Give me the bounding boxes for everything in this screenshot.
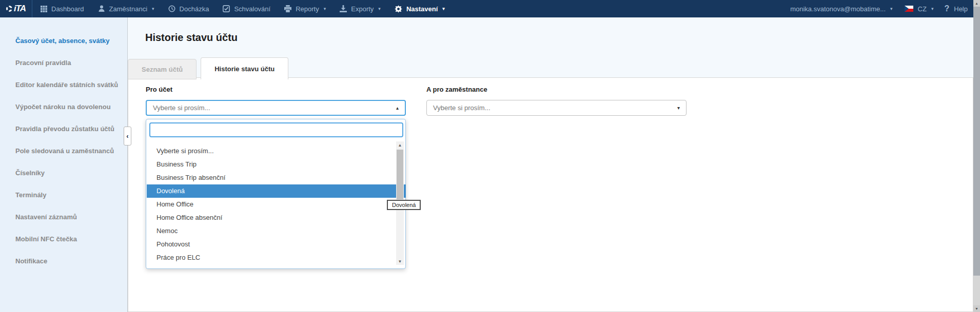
page-scrollbar[interactable]: ▲ ▼ <box>973 0 980 312</box>
triangle-up-icon: ▴ <box>396 105 399 111</box>
nav-menu: Dashboard Zaměstnanci ▾ Docházka Schval <box>41 5 445 13</box>
dropdown-option-nemoc[interactable]: Nemoc <box>147 224 406 238</box>
logo-c-icon <box>6 6 12 12</box>
dropdown-option-home-office[interactable]: Home Office <box>147 198 406 211</box>
page-title: Historie stavu účtu <box>145 32 238 44</box>
sidebar-item-terminaly[interactable]: Terminály <box>0 184 127 206</box>
check-icon <box>223 5 230 12</box>
sidebar: Časový účet, absence, svátky Pracovní pr… <box>0 17 128 312</box>
nav-item-label: Dashboard <box>51 5 84 13</box>
user-menu[interactable]: monika.svatonova@mobatime... <box>790 5 886 13</box>
sidebar-item-pracovni-pravidla[interactable]: Pracovní pravidla <box>0 52 127 74</box>
dropdown-option-home-office-absencni[interactable]: Home Office absenční <box>147 211 406 224</box>
download-icon <box>340 5 347 12</box>
chevron-down-icon: ▾ <box>378 6 381 11</box>
scroll-up-arrow-icon[interactable]: ▲ <box>396 141 404 149</box>
nav-item-reporty[interactable]: Reporty ▾ <box>284 5 326 13</box>
nav-item-zamestnanci[interactable]: Zaměstnanci ▾ <box>98 5 154 13</box>
employee-select-value: Vyberte si prosím... <box>433 104 491 112</box>
employee-field-label: A pro zaměstnance <box>426 86 487 93</box>
scroll-down-arrow-icon[interactable]: ▼ <box>973 305 980 312</box>
account-select[interactable]: Vyberte si prosím... ▴ <box>146 100 406 116</box>
sidebar-item-vypocet-naroku[interactable]: Výpočet nároku na dovolenou <box>0 96 127 118</box>
nav-item-label: Reporty <box>296 5 319 13</box>
nav-item-schvalovani[interactable]: Schvalování <box>223 5 270 13</box>
clock-icon <box>168 5 175 12</box>
dropdown-option-placeholder[interactable]: Vyberte si prosím... <box>147 144 406 158</box>
app-viewport: iTA Dashboard Zaměstnanci ▾ Docházka <box>0 0 980 312</box>
czech-flag-icon <box>905 6 913 12</box>
dropdown-option-business-trip[interactable]: Business Trip <box>147 158 406 171</box>
scroll-down-arrow-icon[interactable]: ▼ <box>396 258 404 265</box>
nav-item-label: Schvalování <box>234 5 270 13</box>
sidebar-item-casovy-ucet[interactable]: Časový účet, absence, svátky <box>0 30 127 52</box>
tab-historie-stavu-uctu[interactable]: Historie stavu účtu <box>201 57 288 79</box>
chevron-left-icon: ‹ <box>126 132 128 140</box>
account-dropdown-panel: Vyberte si prosím... Business Trip Busin… <box>146 119 406 269</box>
page-scrollbar-thumb[interactable] <box>973 7 980 276</box>
sidebar-item-mobilni-nfc[interactable]: Mobilní NFC čtečka <box>0 228 127 250</box>
dropdown-option-prace-pro-elc[interactable]: Práce pro ELC <box>147 251 406 264</box>
scroll-up-arrow-icon[interactable]: ▲ <box>973 0 980 7</box>
sidebar-item-ciselniky[interactable]: Číselníky <box>0 162 127 184</box>
dropdown-option-pohotovost[interactable]: Pohotovost <box>147 238 406 251</box>
help-link[interactable]: Help <box>954 5 968 13</box>
dropdown-scrollbar-thumb[interactable] <box>397 150 403 199</box>
sidebar-item-pravidla-prevodu[interactable]: Pravidla převodu zůstatku účtů <box>0 118 127 140</box>
employee-select[interactable]: Vyberte si prosím... ▾ <box>426 100 687 116</box>
printer-icon <box>284 5 291 12</box>
account-select-value: Vyberte si prosím... <box>153 104 210 112</box>
sidebar-item-nastaveni-zaznamu[interactable]: Nastavení záznamů <box>0 206 127 228</box>
chevron-down-icon: ▾ <box>442 6 445 11</box>
question-mark-icon: ? <box>944 4 949 13</box>
chevron-down-icon: ▾ <box>152 6 154 11</box>
sidebar-item-pole-sledovana[interactable]: Pole sledovaná u zaměstnanců <box>0 140 127 162</box>
dropdown-option-list: Vyberte si prosím... Business Trip Busin… <box>147 140 406 266</box>
chevron-down-icon: ▾ <box>931 6 934 11</box>
nav-item-label: Docházka <box>180 5 209 13</box>
nav-item-exporty[interactable]: Exporty ▾ <box>340 5 381 13</box>
logo-text: iTA <box>14 4 26 14</box>
sidebar-item-notifikace[interactable]: Notifikace <box>0 250 127 272</box>
dropdown-option-business-trip-absencni[interactable]: Business Trip absenční <box>147 171 406 184</box>
main-content: Historie stavu účtu Seznam účtů Historie… <box>128 17 973 312</box>
nav-item-nastaveni[interactable]: Nastavení ▾ <box>395 5 445 13</box>
option-tooltip: Dovolená <box>387 200 421 210</box>
sidebar-collapse-button[interactable]: ‹ <box>124 127 131 145</box>
tab-bar: Seznam účtů Historie stavu účtu <box>128 57 288 79</box>
nav-right: monika.svatonova@mobatime... ▾ CZ ▾ ? He… <box>790 4 968 13</box>
sidebar-item-editor-kalendare[interactable]: Editor kalendáře státních svátků <box>0 74 127 96</box>
app-logo[interactable]: iTA <box>0 0 32 17</box>
top-navbar: iTA Dashboard Zaměstnanci ▾ Docházka <box>0 0 980 17</box>
nav-item-dashboard[interactable]: Dashboard <box>41 5 84 13</box>
dropdown-option-dovolena[interactable]: Dovolená <box>147 184 406 198</box>
chevron-down-icon: ▾ <box>890 6 893 11</box>
nav-item-dochazka[interactable]: Docházka <box>168 5 209 13</box>
gear-icon <box>395 5 402 13</box>
tab-seznam-uctu[interactable]: Seznam účtů <box>128 59 197 79</box>
sidebar-list: Časový účet, absence, svátky Pracovní pr… <box>0 17 127 272</box>
grid-icon <box>41 6 47 12</box>
nav-item-label: Nastavení <box>406 5 438 13</box>
tab-panel: Pro účet Vyberte si prosím... ▴ A pro za… <box>128 77 973 312</box>
person-icon <box>98 5 105 12</box>
dropdown-search-input[interactable] <box>149 122 403 137</box>
account-field-label: Pro účet <box>146 86 172 93</box>
chevron-down-icon: ▾ <box>324 6 326 11</box>
language-selector[interactable]: CZ <box>918 5 927 13</box>
triangle-down-icon: ▾ <box>677 105 680 111</box>
nav-item-label: Zaměstnanci <box>109 5 147 13</box>
nav-item-label: Exporty <box>351 5 374 13</box>
